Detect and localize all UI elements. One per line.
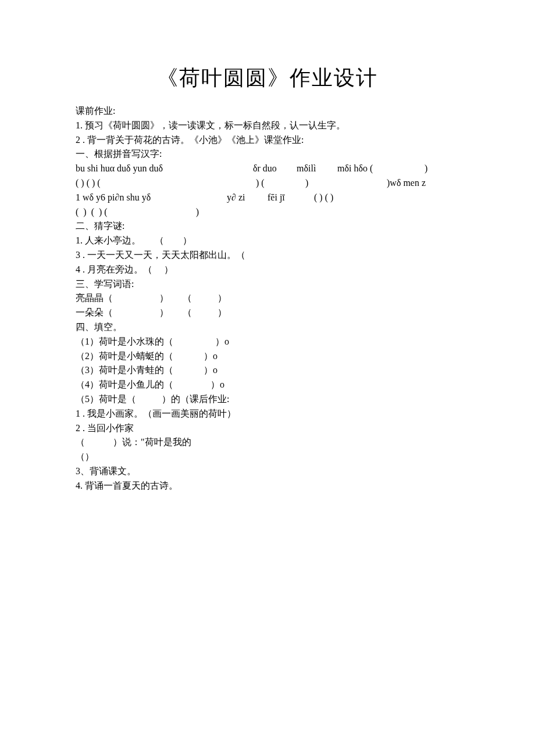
- post-item-2: 2 . 当回小作家: [76, 421, 459, 436]
- pre-class-heading: 课前作业:: [76, 104, 459, 119]
- pre-class-item-2: 2 . 背一背关于荷花的古诗。《小池》《池上》课堂作业:: [76, 133, 459, 148]
- word-item-2: 一朵朵（ ） （ ）: [76, 306, 459, 320]
- pinyin-cell: δr duo: [253, 162, 297, 176]
- riddle-item-3: 4 . 月亮在旁边。（ ）: [76, 263, 459, 277]
- section-3-heading: 三、学写词语:: [76, 277, 459, 292]
- post-item-6: 4. 背诵一首夏天的古诗。: [76, 479, 459, 493]
- word-item-1: 亮晶晶（ ） （ ）: [76, 291, 459, 306]
- section-2-heading: 二、猜字谜:: [76, 219, 459, 234]
- post-item-4: （）: [76, 450, 459, 464]
- post-item-1: 1 . 我是小画家。（画一画美丽的荷叶）: [76, 407, 459, 421]
- paren-cell: ( ) ( ) (: [76, 176, 256, 191]
- pinyin-cell: y∂ zi: [227, 191, 268, 205]
- pinyin-cell: bu shi huα duδ yun duδ: [76, 162, 253, 176]
- pinyin-cell: mδilì: [297, 162, 337, 176]
- fill-item-2: （2）荷叶是小蜻蜓的（ ）o: [76, 349, 459, 364]
- pinyin-row-2: 1 wδ y6 pi∂n shu yδ y∂ zi fēi jī ( ) ( ): [76, 191, 459, 205]
- riddle-item-1: 1. 人来小亭边。 （ ）: [76, 234, 459, 248]
- paren-row-2: ( ) ( ) ( ): [76, 205, 459, 220]
- paren-row-1: ( ) ( ) ( ) ( ) )wδ men z: [76, 176, 459, 191]
- post-item-3: （ ）说："荷叶是我的: [76, 435, 459, 450]
- post-item-5: 3、背诵课文。: [76, 464, 459, 479]
- pre-class-item-1: 1. 预习《荷叶圆圆》，读一读课文，标一标自然段，认一认生字。: [76, 119, 459, 133]
- page-title: 《荷叶圆圆》作业设计: [76, 64, 459, 92]
- pinyin-cell: 1 wδ y6 pi∂n shu yδ: [76, 191, 227, 205]
- pinyin-cell: mδi hδo (: [337, 162, 425, 176]
- paren-cell: ) (: [256, 176, 305, 191]
- pinyin-cell: ): [425, 162, 427, 176]
- paren-cell: )wδ men z: [387, 176, 426, 191]
- riddle-item-2: 3 . 一天一天又一天，天天太阳都出山。（: [76, 248, 459, 263]
- pinyin-cell: ( ) ( ): [314, 191, 333, 205]
- fill-item-1: （1）荷叶是小水珠的（ ）o: [76, 335, 459, 349]
- fill-item-4: （4）荷叶是小鱼儿的（ ）o: [76, 378, 459, 392]
- pinyin-row-1: bu shi huα duδ yun duδ δr duo mδilì mδi …: [76, 162, 459, 176]
- section-1-heading: 一、根据拼音写汉字:: [76, 147, 459, 162]
- fill-item-3: （3）荷叶是小青蛙的（ ）o: [76, 363, 459, 378]
- paren-cell: ): [305, 176, 387, 191]
- section-4-heading: 四、填空。: [76, 320, 459, 335]
- fill-item-5: （5）荷叶是（ ）的（课后作业:: [76, 392, 459, 407]
- pinyin-cell: fēi jī: [268, 191, 314, 205]
